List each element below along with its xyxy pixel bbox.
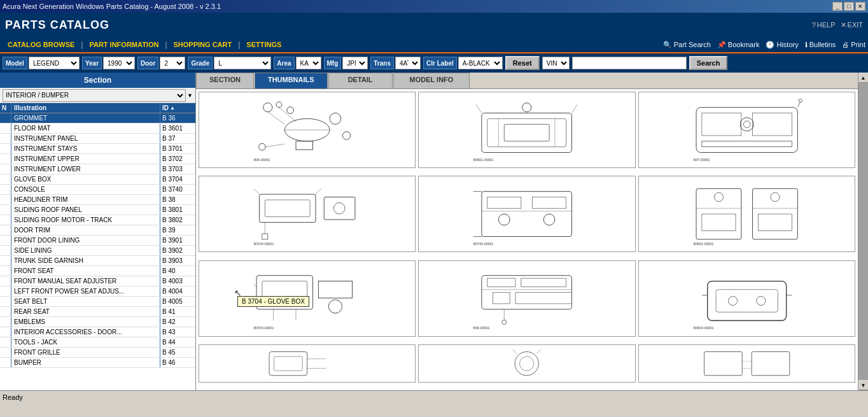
maximize-button[interactable]: □ bbox=[844, 2, 854, 11]
part-illustration: INSTRUMENT LOWER bbox=[11, 164, 160, 174]
parts-list-item[interactable]: INSTRUMENT UPPER B 3702 bbox=[0, 154, 195, 164]
parts-list-item[interactable]: INSTRUMENT PANEL B 37 bbox=[0, 134, 195, 144]
bulletins-link[interactable]: ℹ Bulletins bbox=[805, 41, 836, 49]
trans-select[interactable]: 4AT bbox=[395, 57, 421, 69]
scroll-track[interactable] bbox=[858, 83, 869, 380]
section-dropdown[interactable]: INTERIOR / BUMPER bbox=[3, 89, 186, 102]
part-illustration: FLOOR MAT bbox=[11, 124, 160, 133]
thumbnail-2[interactable]: B3601-00001 bbox=[418, 92, 635, 168]
svg-text:B3901-00001: B3901-00001 bbox=[693, 242, 713, 246]
parts-list-item[interactable]: REAR SEAT B 41 bbox=[0, 307, 195, 317]
thumbnail-7[interactable]: B3704-00001 ↖ B 3704 - GLOVE BOX bbox=[199, 260, 416, 337]
mfg-select[interactable]: JPN bbox=[342, 57, 368, 69]
tab-model-info[interactable]: MODEL INFO bbox=[393, 73, 470, 88]
tab-shopping-cart[interactable]: SHOPPING CART bbox=[169, 38, 237, 52]
title-bar-controls[interactable]: _ □ ✕ bbox=[832, 2, 865, 11]
parts-list-item[interactable]: SEAT BELT B 4005 bbox=[0, 297, 195, 307]
part-illustration: INTERIOR ACCESSORIES - DOOR... bbox=[11, 327, 160, 337]
exit-link[interactable]: ✕ EXIT bbox=[841, 21, 863, 29]
tab-catalog-browse[interactable]: CATALOG BROWSE bbox=[3, 38, 80, 52]
parts-list-item[interactable]: FRONT DOOR LINING B 3901 bbox=[0, 236, 195, 246]
print-link[interactable]: 🖨 Print bbox=[842, 41, 865, 48]
part-id: B 3901 bbox=[160, 236, 195, 245]
parts-list-item[interactable]: DOOR TRIM B 39 bbox=[0, 225, 195, 236]
door-select[interactable]: 2 bbox=[160, 57, 185, 69]
thumbnail-8[interactable]: B40-00001 bbox=[418, 260, 635, 337]
scrollbar[interactable]: ▲ ▼ bbox=[858, 73, 868, 390]
thumbnail-4[interactable]: B3704-00001 bbox=[199, 176, 416, 252]
svg-text:B3740-00001: B3740-00001 bbox=[473, 242, 494, 246]
part-illustration: EMBLEMS bbox=[11, 317, 160, 327]
parts-list-item[interactable]: HEADLINER TRIM B 38 bbox=[0, 195, 195, 205]
thumbnail-10[interactable] bbox=[199, 344, 416, 383]
parts-list-item[interactable]: SLIDING ROOF PANEL B 3801 bbox=[0, 205, 195, 215]
tab-thumbnails[interactable]: THUMBNAILS bbox=[255, 73, 328, 88]
tab-settings[interactable]: SETTINGS bbox=[241, 38, 286, 52]
part-n bbox=[0, 358, 11, 367]
area-select[interactable]: KA bbox=[296, 57, 321, 69]
parts-list-item[interactable]: EMBLEMS B 42 bbox=[0, 317, 195, 327]
grade-filter: Grade L bbox=[188, 57, 271, 69]
part-id: B 3903 bbox=[160, 256, 195, 265]
search-button[interactable]: Search bbox=[689, 56, 728, 70]
part-n bbox=[0, 144, 11, 153]
parts-list-item[interactable]: CONSOLE B 3740 bbox=[0, 185, 195, 195]
thumbnail-11[interactable] bbox=[418, 344, 635, 383]
part-id: B 44 bbox=[160, 337, 195, 347]
help-link[interactable]: ? HELP bbox=[812, 21, 836, 29]
grade-select[interactable]: L bbox=[214, 57, 271, 69]
part-illustration: DOOR TRIM bbox=[11, 225, 160, 235]
part-n bbox=[0, 134, 11, 143]
parts-list-item[interactable]: TOOLS - JACK B 44 bbox=[0, 337, 195, 348]
thumbnail-3[interactable]: B37-00001 bbox=[638, 92, 855, 168]
parts-list-item[interactable]: FLOOR MAT B 3601 bbox=[0, 124, 195, 134]
mfg-label: Mfg bbox=[324, 57, 342, 69]
history-link[interactable]: 🕐 History bbox=[766, 41, 798, 49]
minimize-button[interactable]: _ bbox=[832, 2, 843, 11]
vin-input[interactable] bbox=[572, 57, 687, 69]
parts-list-item[interactable]: LEFT FRONT POWER SEAT ADJUS... B 4004 bbox=[0, 286, 195, 297]
part-n bbox=[0, 113, 11, 123]
vin-type-select[interactable]: VIN bbox=[542, 57, 570, 69]
scroll-down-button[interactable]: ▼ bbox=[858, 380, 869, 390]
col-id-header: ID ▲ bbox=[160, 103, 195, 113]
tab-part-information[interactable]: PART INFORMATION bbox=[84, 38, 164, 52]
parts-list-item[interactable]: SLIDING ROOF MOTOR - TRACK B 3802 bbox=[0, 215, 195, 225]
thumbnail-12[interactable] bbox=[638, 344, 855, 383]
tab-section[interactable]: SECTION bbox=[196, 73, 254, 88]
reset-button[interactable]: Reset bbox=[505, 56, 540, 70]
parts-list-item[interactable]: INTERIOR ACCESSORIES - DOOR... B 43 bbox=[0, 327, 195, 337]
model-filter: Model LEGEND bbox=[3, 57, 80, 69]
thumbnail-6[interactable]: B3901-00001 bbox=[638, 176, 855, 252]
close-button[interactable]: ✕ bbox=[855, 2, 865, 11]
model-select[interactable]: LEGEND bbox=[29, 57, 80, 69]
scroll-up-button[interactable]: ▲ bbox=[858, 73, 869, 83]
part-search-link[interactable]: 🔍 Part Search bbox=[663, 41, 711, 49]
part-n bbox=[0, 246, 11, 255]
part-illustration: SEAT BELT bbox=[11, 297, 160, 306]
parts-list-item[interactable]: INSTRUMENT LOWER B 3703 bbox=[0, 164, 195, 174]
thumbnail-5[interactable]: B3740-00001 bbox=[418, 176, 635, 252]
part-n bbox=[0, 225, 11, 235]
parts-list-item[interactable]: INSTRUMENT STAYS B 3701 bbox=[0, 144, 195, 154]
bookmark-link[interactable]: 📌 Bookmark bbox=[717, 41, 760, 49]
thumbnail-1[interactable]: B36-00001 bbox=[199, 92, 416, 168]
tab-detail[interactable]: DETAIL bbox=[328, 73, 393, 88]
door-label: Door bbox=[137, 57, 158, 69]
parts-list-item[interactable]: GLOVE BOX B 3704 bbox=[0, 174, 195, 185]
parts-list-item[interactable]: SIDE LINING B 3902 bbox=[0, 246, 195, 256]
part-id: B 41 bbox=[160, 307, 195, 316]
part-illustration: FRONT DOOR LINING bbox=[11, 236, 160, 245]
year-select[interactable]: 1990 bbox=[103, 57, 135, 69]
part-n bbox=[0, 256, 11, 265]
parts-list-item[interactable]: FRONT SEAT B 40 bbox=[0, 266, 195, 276]
parts-list-item[interactable]: BUMPER B 46 bbox=[0, 358, 195, 368]
thumbnail-9[interactable]: B4003-00001 bbox=[638, 260, 855, 337]
parts-list-item[interactable]: FRONT GRILLE B 45 bbox=[0, 348, 195, 358]
clr-label-select[interactable]: A-BLACK bbox=[458, 57, 503, 69]
parts-list-item[interactable]: TRUNK SIDE GARNISH B 3903 bbox=[0, 256, 195, 266]
part-n bbox=[0, 215, 11, 225]
parts-list-item[interactable]: FRONT MANUAL SEAT ADJUSTER B 4003 bbox=[0, 276, 195, 286]
part-id: B 4005 bbox=[160, 297, 195, 306]
parts-list-item[interactable]: GROMMET B 36 bbox=[0, 113, 195, 124]
